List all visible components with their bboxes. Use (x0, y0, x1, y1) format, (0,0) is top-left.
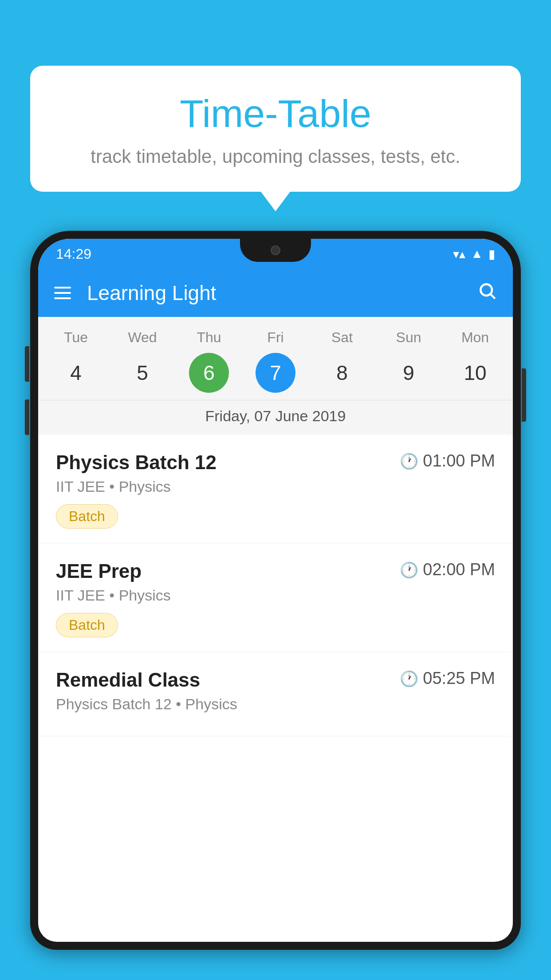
class-name: Physics Batch 12 (56, 451, 216, 474)
class-meta: Physics Batch 12 • Physics (56, 695, 495, 713)
day-name: Sat (331, 329, 353, 346)
day-name: Sun (396, 329, 421, 346)
class-name: Remedial Class (56, 669, 200, 691)
day-col-sun[interactable]: Sun9 (380, 329, 437, 393)
calendar-section: Tue4Wed5Thu6Fri7Sat8Sun9Mon10 Friday, 07… (38, 317, 513, 435)
battery-icon: ▮ (488, 247, 495, 261)
day-col-wed[interactable]: Wed5 (114, 329, 171, 393)
app-header: Learning Light (38, 269, 513, 317)
class-item-header: Remedial Class🕐 05:25 PM (56, 669, 495, 691)
signal-icon: ▲ (471, 247, 483, 261)
card-title: Time-Table (48, 92, 503, 135)
day-col-mon[interactable]: Mon10 (446, 329, 504, 393)
class-meta: IIT JEE • Physics (56, 478, 495, 495)
volume-up-button (25, 346, 29, 382)
class-meta: IIT JEE • Physics (56, 587, 495, 604)
batch-tag: Batch (56, 613, 118, 637)
day-col-thu[interactable]: Thu6 (180, 329, 238, 393)
day-name: Thu (197, 329, 221, 346)
app-title: Learning Light (87, 281, 477, 305)
phone-body: 14:29 ▾▴ ▲ ▮ Learning Light (30, 231, 521, 950)
day-number: 9 (389, 353, 429, 393)
class-time: 🕐 02:00 PM (400, 560, 495, 579)
clock-icon: 🕐 (400, 452, 418, 470)
class-item[interactable]: JEE Prep🕐 02:00 PMIIT JEE • PhysicsBatch (38, 543, 513, 652)
day-name: Wed (128, 329, 157, 346)
status-icons: ▾▴ ▲ ▮ (453, 247, 495, 261)
wifi-icon: ▾▴ (453, 247, 465, 261)
phone-screen: 14:29 ▾▴ ▲ ▮ Learning Light (38, 239, 513, 942)
class-item-header: JEE Prep🕐 02:00 PM (56, 560, 495, 582)
phone-mockup: 14:29 ▾▴ ▲ ▮ Learning Light (30, 231, 521, 980)
day-name: Tue (64, 329, 88, 346)
class-item[interactable]: Remedial Class🕐 05:25 PMPhysics Batch 12… (38, 652, 513, 736)
day-number: 8 (322, 353, 362, 393)
days-row: Tue4Wed5Thu6Fri7Sat8Sun9Mon10 (38, 329, 513, 398)
class-name: JEE Prep (56, 560, 142, 582)
day-col-tue[interactable]: Tue4 (47, 329, 105, 393)
notch (240, 239, 311, 262)
day-col-fri[interactable]: Fri7 (247, 329, 304, 393)
speech-bubble-section: Time-Table track timetable, upcoming cla… (30, 66, 521, 192)
clock-icon: 🕐 (400, 561, 418, 579)
volume-down-button (25, 399, 29, 435)
day-number: 7 (256, 353, 295, 393)
status-bar: 14:29 ▾▴ ▲ ▮ (38, 239, 513, 269)
camera (271, 245, 280, 255)
day-name: Fri (267, 329, 283, 346)
day-number: 6 (189, 353, 229, 393)
speech-bubble-card: Time-Table track timetable, upcoming cla… (30, 66, 521, 192)
class-time: 🕐 05:25 PM (400, 669, 495, 688)
card-subtitle: track timetable, upcoming classes, tests… (48, 146, 503, 167)
day-number: 4 (56, 353, 96, 393)
day-number: 10 (455, 353, 495, 393)
hamburger-menu-button[interactable] (54, 287, 71, 299)
class-item-header: Physics Batch 12🕐 01:00 PM (56, 451, 495, 474)
class-time: 🕐 01:00 PM (400, 451, 495, 470)
clock-icon: 🕐 (400, 670, 418, 688)
batch-tag: Batch (56, 504, 118, 529)
status-time: 14:29 (56, 246, 91, 262)
class-item[interactable]: Physics Batch 12🕐 01:00 PMIIT JEE • Phys… (38, 435, 513, 543)
search-button[interactable] (477, 281, 497, 305)
class-list: Physics Batch 12🕐 01:00 PMIIT JEE • Phys… (38, 435, 513, 736)
svg-line-1 (491, 295, 495, 298)
day-number: 5 (122, 353, 162, 393)
selected-date-label: Friday, 07 June 2019 (38, 400, 513, 435)
power-button (522, 368, 526, 422)
day-name: Mon (461, 329, 489, 346)
day-col-sat[interactable]: Sat8 (313, 329, 371, 393)
